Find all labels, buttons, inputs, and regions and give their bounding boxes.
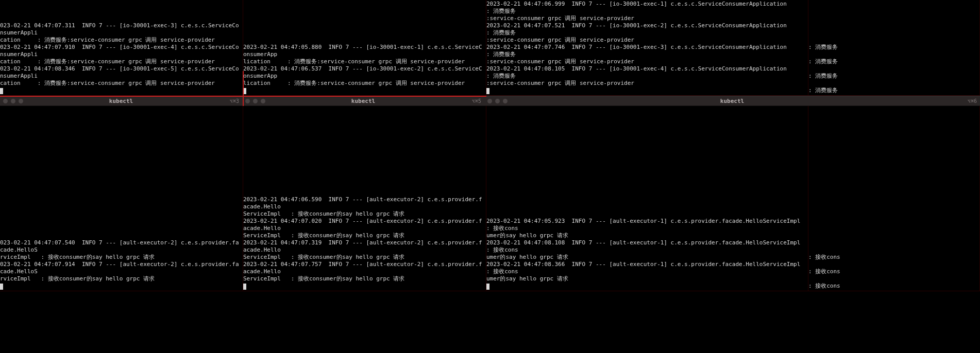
minimize-icon[interactable] [495, 99, 500, 103]
log-output: 023-02-21 04:47:07.540 INFO 7 --- [ault-… [0, 239, 243, 291]
tab-bar-3[interactable]: kubectl ⌥⌘6 [484, 96, 980, 106]
tab-bar-row: kubectl ⌥⌘3 kubectl ⌥⌘5 kubectl ⌥⌘6 [0, 96, 980, 106]
terminal-pane-top-1[interactable]: 023-02-21 04:47:07.311 INFO 7 --- [io-30… [0, 0, 243, 96]
minimize-icon[interactable] [253, 99, 258, 103]
close-icon[interactable] [3, 99, 8, 103]
cursor-icon [0, 88, 3, 94]
terminal-pane-bot-1[interactable]: 023-02-21 04:47:07.540 INFO 7 --- [ault-… [0, 106, 243, 291]
tab-shortcut: ⌥⌘3 [230, 98, 239, 104]
tab-bar-2[interactable]: kubectl ⌥⌘5 [242, 96, 484, 106]
log-output: : 接收cons : 接收cons : 接收cons [808, 254, 979, 291]
tab-shortcut: ⌥⌘5 [472, 98, 481, 104]
tab-title: kubectl [242, 98, 484, 104]
tab-shortcut: ⌥⌘6 [968, 98, 977, 104]
terminal-pane-bot-4[interactable]: : 接收cons : 接收cons : 接收cons [808, 106, 980, 291]
tab-title: kubectl [484, 98, 980, 104]
terminal-pane-top-3[interactable]: 2023-02-21 04:47:06.999 INFO 7 --- [io-3… [486, 0, 808, 96]
minimize-icon[interactable] [11, 99, 15, 103]
cursor-icon [486, 284, 489, 290]
zoom-icon[interactable] [503, 99, 508, 103]
traffic-lights[interactable] [487, 99, 508, 103]
terminal-pane-bot-2[interactable]: 2023-02-21 04:47:06.590 INFO 7 --- [ault… [243, 106, 486, 291]
terminal-pane-top-2[interactable]: 2023-02-21 04:47:05.880 INFO 7 --- [io-3… [243, 0, 486, 96]
active-split-divider [243, 71, 244, 106]
terminal-pane-bot-3[interactable]: 2023-02-21 04:47:05.923 INFO 7 --- [ault… [486, 106, 808, 291]
log-output: 2023-02-21 04:47:05.923 INFO 7 --- [ault… [486, 218, 808, 291]
zoom-icon[interactable] [19, 99, 23, 103]
cursor-icon [243, 284, 246, 290]
log-output: : 消费服务 : 消费服务 : 消费服务 : 消费服务 [808, 44, 979, 95]
tab-title: kubectl [0, 98, 242, 104]
close-icon[interactable] [487, 99, 492, 103]
terminal-pane-top-4[interactable]: : 消费服务 : 消费服务 : 消费服务 : 消费服务 [808, 0, 980, 96]
tab-bar-1[interactable]: kubectl ⌥⌘3 [0, 96, 242, 106]
traffic-lights[interactable] [3, 99, 23, 103]
cursor-icon [486, 88, 489, 94]
log-output: 2023-02-21 04:47:06.999 INFO 7 --- [io-3… [486, 1, 808, 95]
log-output: 2023-02-21 04:47:06.590 INFO 7 --- [ault… [243, 196, 486, 291]
log-output: 2023-02-21 04:47:05.880 INFO 7 --- [io-3… [243, 44, 486, 95]
zoom-icon[interactable] [261, 99, 265, 103]
close-icon[interactable] [245, 99, 250, 103]
cursor-icon [0, 284, 3, 290]
traffic-lights[interactable] [245, 99, 265, 103]
log-output: 023-02-21 04:47:07.311 INFO 7 --- [io-30… [0, 22, 243, 95]
